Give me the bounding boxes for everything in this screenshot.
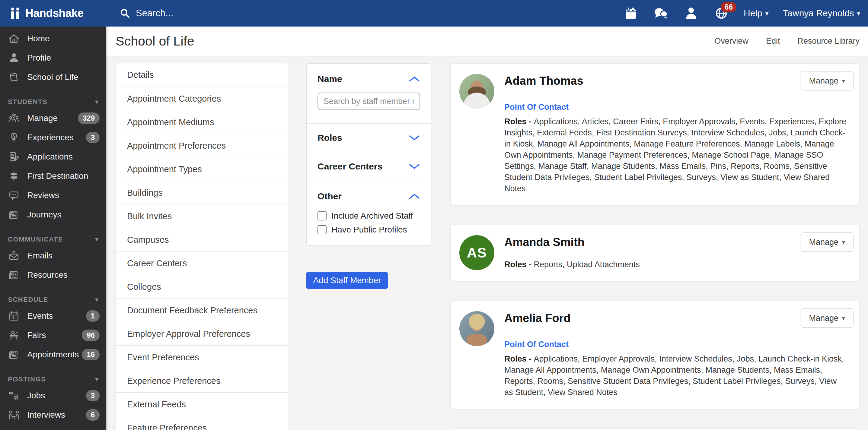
settings-menu-item-campuses[interactable]: Campuses [116, 228, 288, 251]
filter-section-name: Name [307, 64, 431, 123]
include-archived-staff-checkbox[interactable]: Include Archived Staff [317, 211, 420, 221]
notifications-globe-icon[interactable]: 66 [713, 5, 729, 21]
students-icon [7, 111, 21, 125]
settings-menu-item-feature-preferences[interactable]: Feature Preferences [116, 416, 288, 430]
settings-menu-item-colleges[interactable]: Colleges [116, 275, 288, 298]
settings-menu-item-bulk-invites[interactable]: Bulk Invites [116, 204, 288, 228]
manage-button[interactable]: Manage▾ [800, 71, 854, 91]
sidebar-item-profile[interactable]: Profile [0, 48, 106, 68]
sidebar-item-emails[interactable]: Emails [0, 246, 106, 265]
roles-label: Roles - [504, 260, 534, 269]
chevron-up-icon [409, 76, 420, 82]
settings-menu-item-external-feeds[interactable]: External Feeds [116, 392, 288, 416]
sidebar-item-label: Profile [27, 53, 100, 63]
sidebar-item-applications[interactable]: Applications [0, 147, 106, 166]
sidebar-item-label: Applications [27, 152, 100, 162]
filter-section-other: Other Include Archived Staff Have Public… [307, 180, 431, 245]
filter-other-header[interactable]: Other [317, 191, 420, 201]
brand-logo[interactable]: Handshake [0, 6, 106, 20]
settings-menu-item-details[interactable]: Details [116, 63, 288, 87]
doc-edit-icon [7, 150, 21, 163]
section-title: SCHEDULE [8, 296, 95, 304]
chat-icon [7, 189, 21, 202]
sidebar-item-school-of-life[interactable]: School of Life [0, 68, 106, 87]
calendar3-icon: 3 [7, 309, 21, 323]
settings-menu-item-document-feedback-preferences[interactable]: Document Feedback Preferences [116, 298, 288, 322]
book-icon [7, 71, 21, 84]
sidebar-item-jobs[interactable]: Jobs3 [0, 386, 106, 405]
count-badge: 3 [86, 390, 100, 401]
roles-list: Applications, Articles, Career Fairs, Em… [504, 117, 846, 193]
sidebar-item-label: Interviews [27, 410, 86, 420]
sidebar-item-fairs[interactable]: Fairs96 [0, 326, 106, 345]
sidebar-item-label: Reviews [27, 191, 100, 200]
checkbox-icon [317, 211, 327, 221]
lightbulb-icon [7, 131, 21, 144]
filter-name-header[interactable]: Name [317, 74, 420, 84]
sidebar-item-label: Experiences [27, 133, 86, 142]
sidebar-item-events[interactable]: 3Events1 [0, 306, 106, 326]
global-search-input[interactable] [136, 8, 407, 19]
settings-menu-item-experience-preferences[interactable]: Experience Preferences [116, 369, 288, 392]
staff-roles: Roles - Applications, Articles, Career F… [504, 116, 847, 194]
settings-menu-item-appointment-preferences[interactable]: Appointment Preferences [116, 134, 288, 157]
user-menu[interactable]: Tawnya Reynolds ▾ [783, 8, 860, 19]
filter-career-centers-header[interactable]: Career Centers [317, 161, 420, 172]
settings-menu-item-appointment-mediums[interactable]: Appointment Mediums [116, 110, 288, 134]
staff-name-search-input[interactable] [317, 93, 420, 110]
section-title: STUDENTS [8, 98, 95, 106]
help-menu[interactable]: Help ▾ [744, 8, 768, 19]
profile-icon[interactable] [683, 5, 699, 21]
settings-menu-item-appointment-types[interactable]: Appointment Types [116, 157, 288, 180]
settings-menu-item-employer-approval-preferences[interactable]: Employer Approval Preferences [116, 322, 288, 345]
sidebar-item-label: Resources [27, 270, 100, 280]
settings-menu-item-career-centers[interactable]: Career Centers [116, 251, 288, 275]
tab-overview[interactable]: Overview [714, 36, 748, 46]
avatar-photo [459, 74, 494, 109]
chevron-down-icon: ▾ [95, 296, 98, 304]
sidebar-item-resources[interactable]: Resources [0, 265, 106, 285]
mail-up-icon [7, 249, 21, 262]
roles-list: Applications, Employer Approvals, Interv… [504, 354, 844, 397]
staff-list: Manage▾Adam ThomasPoint Of ContactRoles … [450, 63, 860, 430]
settings-menu-item-appointment-categories[interactable]: Appointment Categories [116, 87, 288, 110]
sidebar-item-label: First Destination [27, 171, 100, 181]
other-filter-checkboxes: Include Archived Staff Have Public Profi… [317, 211, 420, 235]
sidebar-item-appointments[interactable]: Appointments16 [0, 345, 106, 364]
sidebar-item-journeys[interactable]: Journeys [0, 205, 106, 224]
sidebar-item-label: Journeys [27, 210, 100, 220]
messages-icon[interactable] [653, 5, 669, 21]
staff-card: Manage▾Adam ThomasPoint Of ContactRoles … [450, 63, 860, 205]
manage-button-label: Manage [809, 238, 838, 247]
sidebar-section-students[interactable]: STUDENTS▾ [0, 95, 106, 108]
settings-menu-item-buildings[interactable]: Buildings [116, 180, 288, 204]
calendar-icon[interactable] [623, 5, 639, 21]
count-badge: 3 [86, 132, 100, 143]
settings-menu-item-event-preferences[interactable]: Event Preferences [116, 345, 288, 369]
sidebar-item-interviews[interactable]: Interviews6 [0, 405, 106, 425]
point-of-contact-link[interactable]: Point Of Contact [504, 340, 568, 349]
point-of-contact-link[interactable]: Point Of Contact [504, 102, 568, 112]
tab-resource-library[interactable]: Resource Library [797, 36, 860, 46]
sidebar-item-manage[interactable]: Manage329 [0, 108, 106, 128]
handshake-logo-icon [8, 6, 22, 20]
filter-title-career-centers: Career Centers [317, 161, 382, 172]
filter-roles-header[interactable]: Roles [317, 133, 420, 143]
sidebar-section-schedule[interactable]: SCHEDULE▾ [0, 293, 106, 306]
sidebar-section-postings[interactable]: POSTINGS▾ [0, 373, 106, 386]
sidebar-item-home[interactable]: Home [0, 29, 106, 48]
manage-button[interactable]: Manage▾ [800, 308, 854, 328]
sidebar-item-first-destination[interactable]: First Destination [0, 166, 106, 186]
chevron-up-icon [409, 193, 420, 200]
page-header: School of Life Overview Edit Resource Li… [106, 27, 868, 56]
chevron-down-icon: ▾ [95, 98, 98, 106]
add-staff-member-button[interactable]: Add Staff Member [306, 272, 388, 289]
manage-button[interactable]: Manage▾ [800, 232, 854, 252]
sidebar-section-communicate[interactable]: COMMUNICATE▾ [0, 233, 106, 246]
sidebar-item-reviews[interactable]: Reviews [0, 186, 106, 205]
have-public-profiles-checkbox[interactable]: Have Public Profiles [317, 225, 420, 235]
tab-edit[interactable]: Edit [766, 36, 780, 46]
sidebar-item-experiences[interactable]: Experiences3 [0, 128, 106, 147]
chevron-down-icon: ▾ [842, 77, 845, 85]
page-title: School of Life [116, 34, 194, 48]
